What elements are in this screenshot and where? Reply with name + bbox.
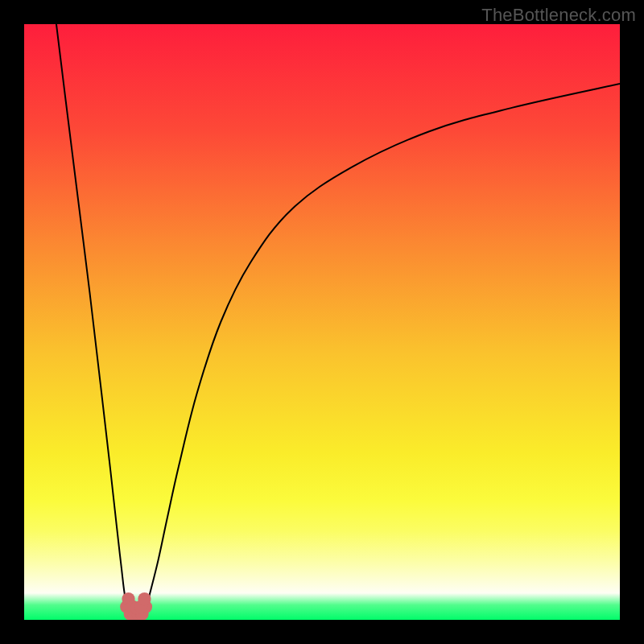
plot-area: [24, 24, 620, 620]
curve-left-branch: [56, 24, 131, 620]
curve-right-branch: [143, 84, 620, 620]
outer-frame: TheBottleneck.com: [0, 0, 644, 644]
minimum-marker: [138, 592, 151, 605]
minimum-markers: [120, 592, 152, 620]
curve-layer: [24, 24, 620, 620]
watermark-text: TheBottleneck.com: [481, 5, 636, 26]
